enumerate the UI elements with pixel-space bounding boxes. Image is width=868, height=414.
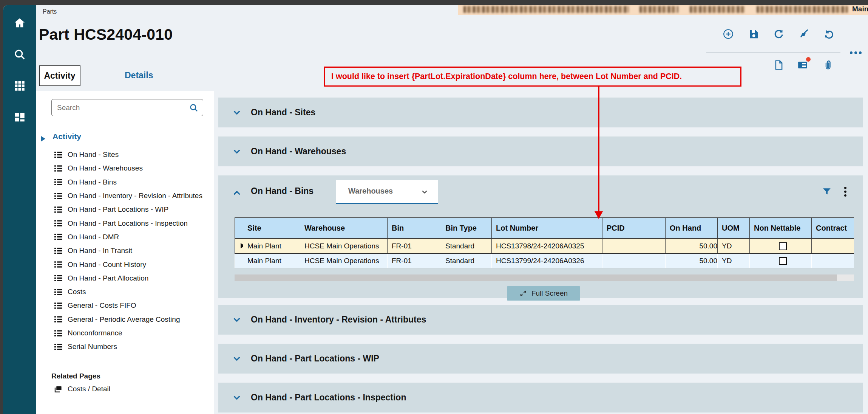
section-on-hand-warehouses[interactable]: On Hand - Warehouses <box>218 136 863 166</box>
view-selector-value: Warehouses <box>348 187 393 195</box>
nav-item[interactable]: On Hand - Count History <box>54 257 213 271</box>
non-nettable-checkbox[interactable] <box>779 242 787 250</box>
grid-column-header[interactable]: Contract <box>812 218 854 239</box>
bins-grid: SiteWarehouseBinBin TypeLot NumberPCIDOn… <box>235 217 854 268</box>
kebab-menu-icon[interactable] <box>842 186 848 197</box>
related-page-list: Costs / Detail <box>54 382 213 396</box>
row-selector-cell[interactable] <box>235 253 243 268</box>
list-icon <box>54 220 62 227</box>
list-icon <box>54 165 62 172</box>
section-title: On Hand - Inventory - Revision - Attribu… <box>251 315 426 325</box>
nav-item[interactable]: On Hand - DMR <box>54 230 213 244</box>
list-icon <box>54 302 62 309</box>
nav-item-list: On Hand - Sites On Hand - Warehouses <box>54 148 213 354</box>
list-icon <box>54 233 62 240</box>
nav-item[interactable]: Nonconformance <box>54 326 213 340</box>
full-screen-button[interactable]: Full Screen <box>507 286 580 301</box>
row-selector-cell[interactable] <box>235 239 243 253</box>
chevron-up-icon[interactable] <box>232 188 242 198</box>
full-screen-label: Full Screen <box>531 289 568 298</box>
add-button[interactable] <box>722 28 735 40</box>
apps-grid-icon[interactable] <box>12 78 27 93</box>
search-input[interactable] <box>51 99 203 116</box>
tree-header-activity[interactable]: Activity <box>53 132 81 141</box>
grid-column-header[interactable]: PCID <box>602 218 666 239</box>
nav-item[interactable]: On Hand - Bins <box>54 175 213 189</box>
nav-item[interactable]: General - Costs FIFO <box>54 299 213 312</box>
breadcrumb: Parts <box>43 8 57 15</box>
nav-item-label: On Hand - Warehouses <box>68 164 143 172</box>
horizontal-scrollbar[interactable] <box>235 274 854 281</box>
search-icon[interactable] <box>12 47 27 62</box>
redacted-bar-visible-text: Main Pla <box>852 5 868 13</box>
dashboard-icon[interactable] <box>12 110 27 125</box>
section-on-hand-part-locations-wip[interactable]: On Hand - Part Locations - WIP <box>218 344 863 374</box>
section-on-hand-bins: On Hand - Bins Warehouses SiteWarehouseB… <box>218 175 863 298</box>
nav-item-label: On Hand - Part Allocation <box>68 274 148 282</box>
save-button[interactable] <box>747 28 760 40</box>
section-on-hand-part-locations-inspection[interactable]: On Hand - Part Locations - Inspection <box>218 383 863 412</box>
grid-column-header[interactable]: Non Nettable <box>750 218 812 239</box>
filter-icon[interactable] <box>822 187 832 197</box>
undo-button[interactable] <box>823 28 836 40</box>
scrollbar-thumb[interactable] <box>235 274 837 281</box>
grid-row-selected[interactable]: Main Plant HCSE Main Operations FR-01 St… <box>235 239 854 253</box>
chevron-down-icon <box>232 315 242 325</box>
tab-activity[interactable]: Activity <box>39 65 80 86</box>
toolbar-divider <box>706 52 840 53</box>
nav-item[interactable]: Costs <box>54 285 213 299</box>
chevron-down-icon <box>421 188 428 196</box>
related-page-item[interactable]: Costs / Detail <box>54 382 213 396</box>
grid-column-header[interactable]: On Hand <box>666 218 718 239</box>
nav-item-label: Serial Numbers <box>68 343 117 351</box>
search-icon[interactable] <box>189 103 199 113</box>
navigation-panel: Activity On Hand - Sites <box>36 91 214 414</box>
grid-column-header[interactable]: UOM <box>718 218 750 239</box>
nav-item-label: On Hand - In Transit <box>68 247 132 255</box>
grid-column-header[interactable]: Site <box>243 218 300 239</box>
section-on-hand-inventory-revision-attributes[interactable]: On Hand - Inventory - Revision - Attribu… <box>218 305 863 335</box>
list-icon <box>54 343 62 350</box>
new-document-icon[interactable] <box>772 59 785 71</box>
grid-column-header[interactable]: Bin Type <box>441 218 492 239</box>
redacted-segment <box>757 6 848 13</box>
list-icon <box>54 274 62 282</box>
grid-column-header[interactable]: Lot Number <box>492 218 602 239</box>
tree-expander-icon[interactable] <box>41 136 45 141</box>
grid-row[interactable]: Main Plant HCSE Main Operations FR-01 St… <box>235 253 854 268</box>
bins-section-header[interactable]: On Hand - Bins Warehouses <box>218 175 863 210</box>
nav-item-label: Costs <box>68 288 86 296</box>
grid-column-header[interactable]: Bin <box>388 218 441 239</box>
memos-icon[interactable] <box>796 59 809 71</box>
nav-item[interactable]: On Hand - Part Locations - Inspection <box>54 216 213 230</box>
grid-column-header[interactable]: Warehouse <box>300 218 388 239</box>
chevron-down-icon <box>232 354 242 364</box>
chevron-down-icon <box>232 108 242 118</box>
section-title: On Hand - Part Locations - Inspection <box>251 392 406 403</box>
nav-item[interactable]: On Hand - In Transit <box>54 244 213 257</box>
redacted-segment <box>463 6 629 13</box>
non-nettable-checkbox[interactable] <box>779 257 787 265</box>
nav-item[interactable]: Serial Numbers <box>54 340 213 354</box>
clear-button[interactable] <box>797 28 810 40</box>
tab-details[interactable]: Details <box>125 70 153 81</box>
nav-item[interactable]: On Hand - Part Locations - WIP <box>54 203 213 216</box>
nav-item-label: On Hand - Inventory - Revision - Attribu… <box>68 192 202 200</box>
overflow-menu-button[interactable] <box>847 48 864 57</box>
nav-item[interactable]: On Hand - Part Allocation <box>54 271 213 285</box>
nav-item[interactable]: On Hand - Inventory - Revision - Attribu… <box>54 189 213 203</box>
redacted-segment <box>639 6 678 13</box>
list-icon <box>54 330 62 337</box>
section-title: On Hand - Bins <box>251 186 314 196</box>
section-on-hand-sites[interactable]: On Hand - Sites <box>218 98 863 127</box>
annotation-arrow <box>598 87 599 211</box>
list-icon <box>54 151 62 158</box>
nav-item[interactable]: On Hand - Warehouses <box>54 161 213 175</box>
attachments-icon[interactable] <box>822 59 834 71</box>
grid-column-header[interactable] <box>235 218 243 239</box>
home-icon[interactable] <box>12 16 27 31</box>
view-selector-dropdown[interactable]: Warehouses <box>336 180 438 204</box>
refresh-button[interactable] <box>772 28 785 40</box>
nav-item[interactable]: General - Periodic Average Costing <box>54 313 213 326</box>
nav-item[interactable]: On Hand - Sites <box>54 148 213 161</box>
